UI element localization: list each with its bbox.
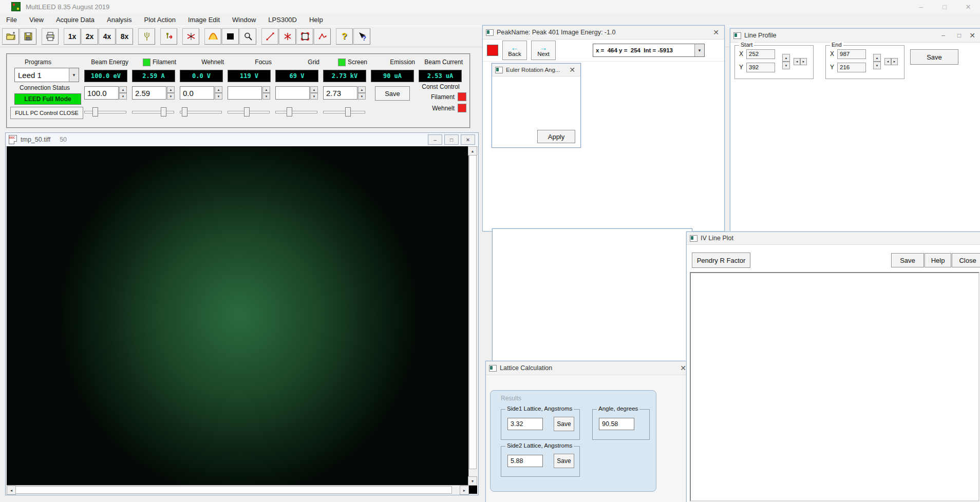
pc-control-close-button[interactable]: FULL PC Control CLOSE [10, 107, 83, 119]
spin-down-icon[interactable]: ▼ [262, 93, 270, 100]
spot-mark-button[interactable] [279, 28, 296, 45]
spin-down-icon[interactable]: ▼ [215, 93, 222, 100]
slider-thumb[interactable] [92, 107, 98, 117]
euler-close-icon[interactable]: ✕ [567, 66, 577, 74]
slider-thumb[interactable] [287, 107, 292, 117]
spinner-value[interactable] [228, 86, 262, 100]
peak-readout-select[interactable]: x = 464 y = 254 Int = -5913 ▼ [593, 44, 705, 57]
spinner-arrows[interactable]: ▲▼ [119, 86, 127, 100]
close-button[interactable]: ✕ [956, 0, 980, 13]
black-level-button[interactable] [222, 28, 239, 45]
help-button[interactable]: ? [336, 28, 353, 45]
vector-path-button[interactable] [314, 28, 331, 45]
slider-thumb[interactable] [345, 107, 351, 117]
line-profile-titlebar[interactable]: Line Profile – □ ✕ [730, 29, 980, 43]
spin-down-icon[interactable]: ▼ [167, 93, 175, 100]
menu-window[interactable]: Window [232, 16, 256, 24]
peak-close-icon[interactable]: ✕ [711, 28, 721, 36]
start-x-field[interactable]: 252 [746, 49, 775, 59]
iv-titlebar[interactable]: IV Line Plot [687, 232, 980, 245]
channel-spinner[interactable]: 0.0▲▼ [180, 86, 222, 100]
image-restore-button[interactable]: □ [444, 134, 459, 145]
channel-spinner[interactable]: 100.0▲▼ [84, 86, 127, 100]
profile-save-button[interactable]: Save [910, 49, 958, 65]
start-y-field[interactable]: 392 [746, 63, 775, 72]
next-button[interactable]: → Next [531, 41, 556, 60]
spin-up-icon[interactable]: ▲ [167, 86, 175, 93]
end-arrow-buttons[interactable]: ◄► [884, 58, 898, 65]
chevron-down-icon[interactable]: ▼ [694, 44, 704, 56]
spinner-arrows[interactable]: ▲▼ [262, 86, 270, 100]
menu-acquire-data[interactable]: Acquire Data [56, 16, 95, 24]
context-help-button[interactable]: ? [353, 28, 370, 45]
image-window-titlebar[interactable]: tmp_50.tiff 50 – □ ✕ [6, 133, 478, 147]
spinner-value[interactable] [275, 86, 310, 100]
channel-slider[interactable] [83, 107, 127, 116]
profile-maximize-icon[interactable]: □ [951, 32, 967, 39]
spinner-value[interactable]: 2.73 [323, 86, 357, 100]
iv-close-button[interactable]: Close [952, 253, 980, 267]
iv-save-button[interactable]: Save [891, 253, 924, 267]
menu-lps300d[interactable]: LPS300D [268, 16, 297, 24]
open-file-button[interactable] [2, 28, 19, 45]
pin-advance-button[interactable] [160, 28, 177, 45]
end-x-field[interactable]: 987 [837, 49, 866, 59]
channel-slider[interactable] [179, 107, 223, 116]
programs-select[interactable]: Leed 1 ▼ [14, 68, 79, 82]
pendry-r-factor-button[interactable]: Pendry R Factor [692, 253, 750, 268]
line-draw-button[interactable] [261, 28, 278, 45]
peak-window-titlebar[interactable]: PeakName: Peak 401 Image Energy: -1.0 ✕ [483, 26, 724, 40]
minimize-button[interactable]: – [909, 0, 933, 13]
scroll-up-icon[interactable]: ▲ [468, 146, 477, 156]
side1-value-field[interactable]: 3.32 [507, 418, 543, 430]
spin-down-icon[interactable]: ▼ [358, 93, 366, 100]
back-button[interactable]: ← Back [502, 41, 527, 60]
control-save-button[interactable]: Save [375, 86, 410, 101]
side2-save-button[interactable]: Save [554, 454, 574, 468]
channel-slider[interactable] [274, 107, 318, 116]
spinner-arrows[interactable]: ▲▼ [358, 86, 366, 100]
spin-down-icon[interactable]: ▼ [119, 93, 127, 100]
peak-fit-button[interactable] [204, 28, 221, 45]
spinner-arrows[interactable]: ▲▼ [310, 86, 318, 100]
spinner-value[interactable]: 2.59 [132, 86, 166, 100]
menu-help[interactable]: Help [309, 16, 323, 24]
spin-up-icon[interactable]: ▲ [310, 86, 318, 93]
spinner-value[interactable]: 100.0 [84, 86, 119, 100]
horizontal-scrollbar[interactable]: ◄ ► [7, 485, 469, 494]
spin-up-icon[interactable]: ▲ [262, 86, 270, 93]
zoom-4x-button[interactable]: 4x [99, 28, 116, 45]
menu-view[interactable]: View [29, 16, 44, 24]
profile-minimize-icon[interactable]: – [935, 32, 951, 39]
spin-down-icon[interactable]: ▼ [310, 93, 318, 100]
menu-file[interactable]: File [6, 16, 17, 24]
spinner-arrows[interactable]: ▲▼ [215, 86, 222, 100]
print-button[interactable] [42, 28, 59, 45]
slider-thumb[interactable] [182, 107, 187, 117]
save-file-button[interactable] [20, 28, 36, 45]
grabber-tool-button[interactable] [138, 28, 155, 45]
scroll-down-icon[interactable]: ▼ [468, 476, 477, 486]
start-spinner[interactable]: ▲▼ [782, 54, 790, 69]
zoom-1x-button[interactable]: 1x [64, 28, 81, 45]
spin-up-icon[interactable]: ▲ [358, 86, 366, 93]
menu-image-edit[interactable]: Image Edit [188, 16, 220, 24]
vertical-scrollbar[interactable]: ▲ ▼ [468, 146, 477, 486]
spinner-value[interactable]: 0.0 [180, 86, 214, 100]
channel-spinner[interactable]: 2.59▲▼ [132, 86, 175, 100]
zoom-2x-button[interactable]: 2x [81, 28, 98, 45]
slider-thumb[interactable] [244, 107, 250, 117]
spinner-arrows[interactable]: ▲▼ [167, 86, 175, 100]
menu-analysis[interactable]: Analysis [107, 16, 131, 24]
side1-save-button[interactable]: Save [554, 417, 574, 431]
magnifier-tool-button[interactable] [239, 28, 256, 45]
euler-window-titlebar[interactable]: Euler Rotation Ang... ✕ [492, 64, 580, 76]
start-arrow-buttons[interactable]: ◄► [794, 58, 807, 65]
iv-help-button[interactable]: Help [925, 253, 951, 267]
profile-close-icon[interactable]: ✕ [967, 31, 977, 40]
zoom-8x-button[interactable]: 8x [116, 28, 133, 45]
angle-value-field[interactable]: 90.58 [599, 418, 634, 430]
image-close-button[interactable]: ✕ [461, 134, 475, 145]
channel-spinner[interactable]: 2.73▲▼ [323, 86, 366, 100]
channel-slider[interactable] [227, 107, 271, 116]
